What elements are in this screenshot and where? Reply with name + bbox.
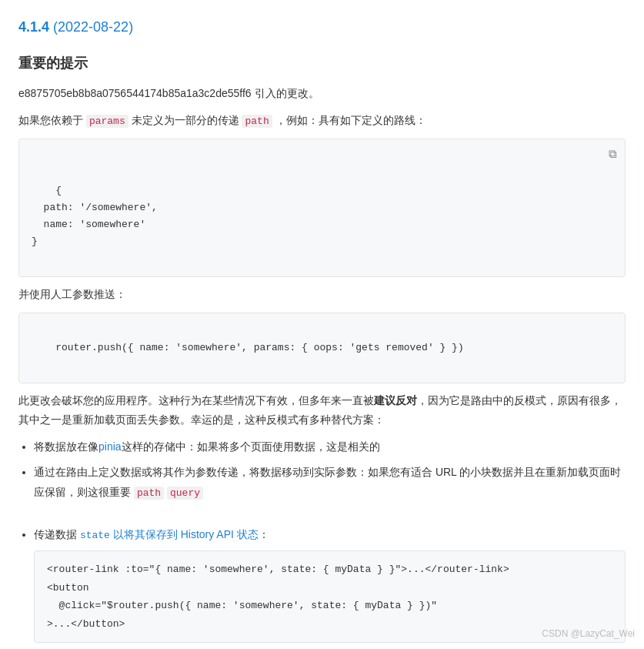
- alternatives-list: 将数据放在像pinia这样的存储中：如果将多个页面使用数据，这是相关的 通过在路…: [34, 437, 626, 502]
- commit-hash: e8875705eb8b8a0756544174b85a1a3c2de55ff6…: [18, 87, 319, 99]
- pinia-link[interactable]: pinia: [98, 440, 122, 453]
- copy-icon[interactable]: ⧉: [609, 146, 617, 166]
- bullet1-text2: 这样的存储中：如果将多个页面使用数据，这是相关的: [122, 440, 380, 453]
- params-text-1: 如果您依赖于: [18, 114, 83, 126]
- spacer: [18, 510, 626, 517]
- code-block-push: router.push({ name: 'somewhere', params:…: [18, 313, 626, 383]
- bullet1-text1: 将数据放在像: [34, 440, 98, 453]
- bullet-item-state: 传递数据 state 以将其保存到 History API 状态： <route…: [34, 525, 626, 649]
- intro-paragraph: e8875705eb8b8a0756544174b85a1a3c2de55ff6…: [18, 84, 626, 103]
- version-number: 4.1.4: [18, 19, 49, 35]
- history-api-link[interactable]: 以将其保存到 History API 状态: [113, 528, 259, 540]
- release-date: (2022-08-22): [53, 19, 133, 35]
- warning-paragraph: 此更改会破坏您的应用程序。这种行为在某些情况下有效，但多年来一直被建议反对，因为…: [18, 391, 626, 430]
- page-container: 4.1.4 (2022-08-22) 重要的提示 e8875705eb8b8a0…: [18, 15, 626, 649]
- page-title: 4.1.4 (2022-08-22): [18, 15, 626, 39]
- params-paragraph: 如果您依赖于 params 未定义为一部分的传递 path ，例如：具有如下定义…: [18, 111, 626, 130]
- path-code: path: [242, 115, 272, 128]
- query-inline-code: query: [167, 487, 203, 500]
- warning-bold: 建议反对: [374, 394, 417, 406]
- push-text: 并使用人工参数推送：: [18, 285, 626, 304]
- params-code: params: [86, 115, 128, 128]
- bullet2-text: 通过在路由上定义数据或将其作为参数传递，将数据移动到实际参数：如果您有适合 UR…: [34, 466, 621, 497]
- code-block-route: ⧉ { path: '/somewhere', name: 'somewhere…: [18, 139, 626, 278]
- params-text-2: 未定义为一部分的传递: [132, 114, 239, 126]
- path-inline-code: path: [134, 487, 164, 500]
- bullet3-colon: ：: [259, 528, 269, 540]
- code-block-state: <router-link :to="{ name: 'somewhere', s…: [34, 550, 626, 643]
- bullet3-pre: 传递数据: [34, 528, 77, 540]
- bullet-item-params: 通过在路由上定义数据或将其作为参数传递，将数据移动到实际参数：如果您有适合 UR…: [34, 463, 626, 502]
- watermark: CSDN @LazyCat_Wei: [542, 626, 635, 641]
- section-heading: 重要的提示: [18, 52, 626, 75]
- state-code: state: [80, 530, 110, 541]
- state-list: 传递数据 state 以将其保存到 History API 状态： <route…: [34, 525, 626, 649]
- params-text-3: ，例如：具有如下定义的路线：: [275, 114, 426, 126]
- bullet-item-pinia: 将数据放在像pinia这样的存储中：如果将多个页面使用数据，这是相关的: [34, 437, 626, 457]
- warning-text-1: 此更改会破坏您的应用程序。这种行为在某些情况下有效，但多年来一直被: [18, 394, 374, 406]
